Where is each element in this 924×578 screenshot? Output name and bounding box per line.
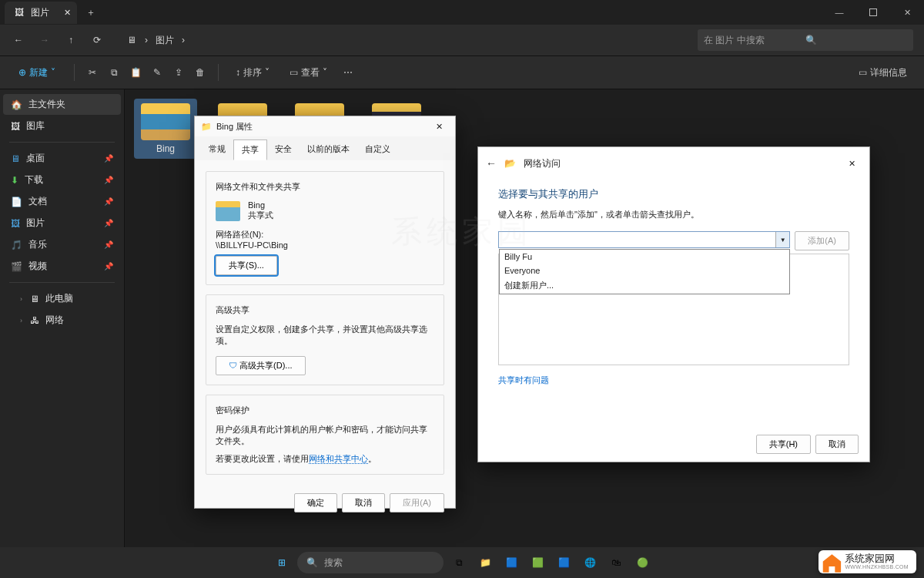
breadcrumb-item[interactable]: 图片 (156, 34, 174, 47)
sort-button[interactable]: ↕ 排序 ˅ (229, 62, 276, 84)
close-dialog-button[interactable] (842, 153, 862, 173)
sidebar-item-downloads[interactable]: ⬇ 下载📌 (3, 170, 121, 190)
cancel-button[interactable]: 取消 (815, 435, 859, 454)
tab-security[interactable]: 安全 (267, 139, 300, 160)
explorer-icon[interactable]: 📁 (474, 552, 496, 573)
close-dialog-button[interactable] (429, 116, 449, 136)
view-button[interactable]: ▭ 查看 ˅ (283, 62, 333, 84)
tab-previous-versions[interactable]: 以前的版本 (300, 139, 357, 160)
sidebar: 🏠 主文件夹 🖼 图库 🖥 桌面📌 ⬇ 下载📌 📄 文档📌 🖼 图片📌 🎵 音乐… (0, 89, 125, 560)
share-button[interactable]: 共享(S)... (216, 256, 277, 275)
network-center-link[interactable]: 网络和共享中心 (309, 454, 368, 464)
sidebar-item-documents[interactable]: 📄 文档📌 (3, 191, 121, 212)
up-button[interactable]: ↑ (63, 32, 79, 48)
trouble-link[interactable]: 共享时有问题 (498, 375, 849, 387)
folder-name: Bing (248, 200, 273, 210)
share-state: 共享式 (248, 210, 273, 221)
breadcrumb[interactable]: 🖥 › 图片 › (126, 34, 185, 47)
maximize-button[interactable] (856, 0, 890, 25)
network-sharing-panel: 网络文件和文件夹共享 Bing 共享式 网络路径(N): \\BILLYFU-P… (206, 171, 444, 285)
cancel-button[interactable]: 取消 (342, 493, 385, 512)
chevron-icon: › (145, 35, 148, 45)
paste-icon[interactable]: 📋 (129, 66, 142, 79)
refresh-button[interactable]: ⟳ (89, 32, 105, 48)
app-icon[interactable]: 🟢 (631, 552, 653, 573)
network-access-dialog: ← 📂 网络访问 选择要与其共享的用户 键入名称，然后单击"添加"，或者单击箭头… (477, 146, 870, 462)
shared-folder-icon (216, 201, 240, 221)
dialog-hint: 键入名称，然后单击"添加"，或者单击箭头查找用户。 (498, 209, 849, 220)
app-icon[interactable]: 🟦 (500, 552, 522, 573)
tab-customize[interactable]: 自定义 (357, 139, 398, 160)
network-path-label: 网络路径(N): (216, 229, 434, 240)
app-icon[interactable]: 🟩 (527, 552, 548, 573)
back-button[interactable]: ← (11, 32, 26, 48)
toolbar: ⊕ 新建 ˅ ✂ ⧉ 📋 ✎ ⇪ 🗑 ↕ 排序 ˅ ▭ 查看 ˅ ⋯ ▭ 详细信… (0, 55, 924, 89)
close-window-button[interactable] (890, 0, 924, 25)
dropdown-toggle[interactable]: ▼ (775, 232, 789, 247)
add-button[interactable]: 添加(A) (795, 231, 849, 250)
sidebar-item-thispc[interactable]: ›🖥 此电脑 (3, 288, 121, 309)
window-controls (822, 0, 924, 25)
new-tab-button[interactable]: ＋ (80, 2, 102, 23)
dialog-header: ← 📂 网络访问 (478, 147, 869, 180)
new-button[interactable]: ⊕ 新建 ˅ (11, 62, 63, 84)
copy-icon[interactable]: ⧉ (107, 66, 121, 79)
dialog-title: 网络访问 (524, 157, 561, 170)
dialog-footer: 确定 取消 应用(A) (195, 486, 455, 520)
store-icon[interactable]: 🛍 (605, 552, 627, 573)
back-button[interactable]: ← (486, 157, 497, 170)
advanced-sharing-panel: 高级共享 设置自定义权限，创建多个共享，并设置其他高级共享选项。 🛡 高级共享(… (206, 294, 444, 385)
shared-folder-icon: 📂 (504, 158, 516, 169)
sidebar-item-videos[interactable]: 🎬 视频📌 (3, 256, 121, 277)
folder-label: Bing (156, 143, 175, 154)
tab-sharing[interactable]: 共享 (233, 139, 267, 160)
task-view-icon[interactable]: ⧉ (448, 552, 470, 573)
watermark-badge: 系统家园网 WWW.HNZKHBSB.COM (819, 550, 916, 573)
sidebar-item-music[interactable]: 🎵 音乐📌 (3, 234, 121, 255)
user-dropdown: Billy Fu Everyone 创建新用户... (499, 249, 790, 294)
window-tab[interactable]: 🖼 图片 (5, 2, 77, 24)
share-button[interactable]: 共享(H) (756, 435, 811, 454)
panel-title: 密码保护 (216, 405, 434, 416)
pictures-icon: 🖼 (14, 7, 25, 18)
dropdown-option[interactable]: 创建新用户... (500, 277, 789, 294)
properties-tabs: 常规 共享 安全 以前的版本 自定义 (195, 136, 455, 160)
cut-icon[interactable]: ✂ (85, 66, 99, 79)
delete-icon[interactable]: 🗑 (193, 66, 207, 79)
minimize-button[interactable] (822, 0, 856, 25)
sidebar-item-pictures[interactable]: 🖼 图片📌 (3, 213, 121, 234)
user-input[interactable] (499, 232, 775, 247)
folder-icon (141, 103, 190, 140)
share-icon[interactable]: ⇪ (172, 66, 186, 79)
rename-icon[interactable]: ✎ (150, 66, 164, 79)
dropdown-option[interactable]: Everyone (500, 264, 789, 277)
more-icon[interactable]: ⋯ (341, 66, 355, 79)
user-combo[interactable]: ▼ Billy Fu Everyone 创建新用户... (498, 231, 790, 248)
sidebar-item-home[interactable]: 🏠 主文件夹 (3, 94, 121, 115)
app-icon[interactable]: 🟦 (553, 552, 574, 573)
panel-title: 高级共享 (216, 304, 434, 316)
taskbar-search[interactable]: 🔍搜索 (297, 552, 444, 573)
dropdown-option[interactable]: Billy Fu (500, 250, 789, 264)
details-pane-button[interactable]: ▭ 详细信息 (852, 62, 913, 84)
search-placeholder: 在 图片 中搜索 (704, 34, 805, 47)
chevron-icon: › (182, 35, 185, 45)
ok-button[interactable]: 确定 (294, 493, 337, 512)
sidebar-item-gallery[interactable]: 🖼 图库 (3, 116, 121, 136)
forward-button[interactable]: → (37, 32, 52, 48)
dialog-title: Bing 属性 (216, 121, 253, 133)
advanced-share-button[interactable]: 🛡 高级共享(D)... (216, 356, 306, 375)
sidebar-item-desktop[interactable]: 🖥 桌面📌 (3, 148, 121, 169)
tab-general[interactable]: 常规 (201, 139, 233, 160)
dialog-titlebar[interactable]: 📁 Bing 属性 (195, 116, 455, 136)
search-input[interactable]: 在 图片 中搜索 (698, 29, 913, 51)
start-button[interactable]: ⊞ (271, 552, 293, 573)
edge-icon[interactable]: 🌐 (579, 552, 601, 573)
network-path-value: \\BILLYFU-PC\Bing (216, 240, 434, 250)
close-tab-icon[interactable] (64, 7, 71, 18)
folder-item[interactable]: Bing (134, 99, 197, 159)
tab-title: 图片 (31, 6, 49, 19)
titlebar: 🖼 图片 ＋ (0, 0, 924, 25)
sidebar-item-network[interactable]: ›🖧 网络 (3, 310, 121, 331)
apply-button[interactable]: 应用(A) (390, 493, 444, 512)
